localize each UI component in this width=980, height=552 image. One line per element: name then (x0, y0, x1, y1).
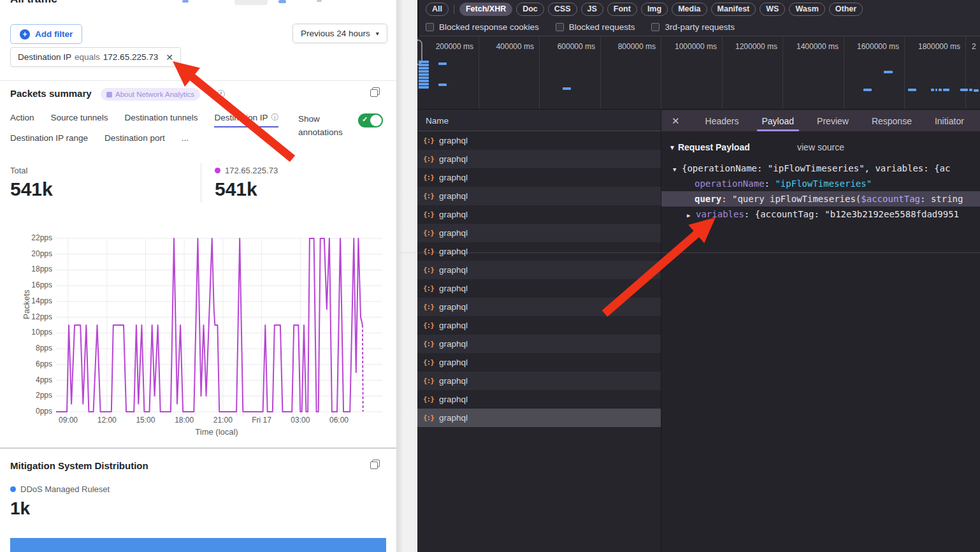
book-icon (106, 92, 112, 98)
filter-pill-manifest[interactable]: Manifest (711, 3, 756, 16)
mitigation-bar (10, 538, 386, 552)
request-row[interactable]: {:}graphql (417, 279, 661, 298)
checkbox-3rd-party-requests[interactable]: 3rd-party requests (651, 22, 735, 32)
request-row[interactable]: {:}graphql (417, 187, 661, 205)
detail-tab-preview[interactable]: Preview (817, 110, 849, 131)
tab-label: Destination IP range (10, 133, 88, 143)
network-timeline-overview[interactable]: 200000 ms400000 ms600000 ms800000 ms1000… (417, 37, 980, 110)
packets-summary-title: Packets summary (10, 88, 92, 99)
filter-chip[interactable]: Destination IP equals 172.65.225.73 ✕ (10, 47, 181, 67)
request-row[interactable]: {:}graphql (417, 242, 661, 261)
request-row[interactable]: {:}graphql (417, 409, 661, 427)
payload-line[interactable]: ▼{operationName: "ipFlowTimeseries", var… (661, 161, 980, 176)
request-row[interactable]: {:}graphql (417, 372, 661, 390)
tab-destination-tunnels[interactable]: Destination tunnels (125, 112, 198, 127)
filter-pill-media[interactable]: Media (672, 3, 707, 16)
detail-tab-payload[interactable]: Payload (762, 110, 795, 131)
devtools-panel: AllFetch/XHRDocCSSJSFontImgMediaManifest… (417, 0, 980, 552)
checkbox-box[interactable] (651, 23, 659, 31)
request-row[interactable]: {:}graphql (417, 168, 661, 187)
request-name: graphql (439, 247, 468, 256)
request-row[interactable]: {:}graphql (417, 335, 661, 353)
json-icon: {:} (423, 321, 434, 330)
tab-action[interactable]: Action (10, 112, 34, 127)
filter-pill-fetch-xhr[interactable]: Fetch/XHR (459, 3, 512, 16)
triangle-down-icon[interactable]: ▼ (673, 162, 682, 177)
request-row[interactable]: {:}graphql (417, 390, 661, 409)
json-icon: {:} (423, 358, 434, 367)
filter-chip-value: 172.65.225.73 (103, 52, 158, 62)
request-row[interactable]: {:}graphql (417, 205, 661, 224)
request-type-filter-bar: AllFetch/XHRDocCSSJSFontImgMediaManifest… (419, 0, 980, 18)
request-payload-row[interactable]: ▼ Request Payload view source (661, 139, 980, 156)
filter-chip-operator: equals (75, 52, 100, 62)
stat-label-text: 172.65.225.73 (225, 166, 278, 175)
json-icon: {:} (423, 266, 434, 274)
tab-[interactable]: ... (182, 133, 189, 147)
request-marker (863, 89, 872, 91)
request-row[interactable]: {:}graphql (417, 316, 661, 335)
payload-line[interactable]: query: "query ipFlowTimeseries($accountT… (661, 191, 980, 207)
filter-pill-all[interactable]: All (426, 3, 449, 16)
payload-line[interactable]: operationName: "ipFlowTimeseries" (661, 176, 980, 191)
timeline-gridline (539, 37, 540, 110)
tab-destination-ip[interactable]: Destination IPⓘ (214, 112, 278, 127)
request-row[interactable]: {:}graphql (417, 298, 661, 316)
timeline-tick-label: 400000 ms (496, 42, 534, 51)
cut-off-element (182, 0, 189, 3)
detail-tab-initiator[interactable]: Initiator (935, 110, 964, 131)
view-source-link[interactable]: view source (797, 142, 844, 152)
x-tick-label: 12:00 (88, 416, 126, 425)
payload-line[interactable]: ▶variables: {accountTag: "b12e3b2192ee55… (661, 207, 980, 222)
detail-tab-response[interactable]: Response (872, 110, 912, 131)
show-annotations-toggle[interactable]: ✓ (358, 113, 383, 127)
request-name: graphql (439, 265, 468, 275)
detail-tab-headers[interactable]: Headers (705, 110, 739, 131)
filter-pill-js[interactable]: JS (581, 3, 603, 16)
remove-filter-icon[interactable]: ✕ (166, 52, 173, 62)
tab-label: Destination tunnels (125, 113, 198, 122)
y-tick-label: 0pps (19, 407, 52, 416)
payload-segment: "b12e3b2192ee5588fdad9951 (825, 209, 959, 219)
expand-icon[interactable] (370, 460, 380, 469)
tab-destination-port[interactable]: Destination port (104, 133, 165, 147)
checkbox-blocked-requests[interactable]: Blocked requests (556, 22, 635, 32)
name-column-header[interactable]: Name (417, 110, 661, 131)
about-network-analytics-badge[interactable]: About Network Analytics (101, 88, 200, 101)
filter-pill-wasm[interactable]: Wasm (789, 3, 825, 16)
filter-pill-ws[interactable]: WS (760, 3, 785, 16)
timeline-gridline (965, 37, 966, 110)
tab-destination-ip-range[interactable]: Destination IP range (10, 133, 88, 147)
summary-tabs-row2: Destination IP rangeDestination port... (10, 133, 189, 147)
request-row[interactable]: {:}graphql (417, 131, 661, 150)
stat-label: 172.65.225.73 (215, 166, 278, 175)
checkbox-blocked-response-cookies[interactable]: Blocked response cookies (426, 22, 539, 32)
checkbox-box[interactable] (556, 23, 564, 31)
request-row[interactable]: {:}graphql (417, 261, 661, 279)
request-row[interactable]: {:}graphql (417, 150, 661, 168)
request-name: graphql (439, 284, 468, 293)
add-filter-button[interactable]: + Add filter (10, 24, 82, 44)
request-row[interactable]: {:}graphql (417, 224, 661, 242)
time-range-dropdown[interactable]: Previous 24 hours ▾ (292, 24, 387, 43)
tab-source-tunnels[interactable]: Source tunnels (51, 112, 108, 127)
filter-pill-font[interactable]: Font (607, 3, 637, 16)
request-marker (935, 89, 937, 91)
info-icon: ⓘ (271, 112, 278, 123)
timeline-gridline (479, 37, 479, 110)
x-tick-label: 21:00 (204, 416, 242, 425)
close-icon[interactable]: ✕ (672, 115, 680, 127)
request-row[interactable]: {:}graphql (417, 353, 661, 372)
timeline-tick-label: 200000 ms (436, 42, 473, 51)
filter-pill-doc[interactable]: Doc (516, 3, 544, 16)
triangle-right-icon[interactable]: ▶ (687, 208, 696, 223)
filter-pill-css[interactable]: CSS (548, 3, 577, 16)
request-marker (419, 67, 429, 69)
filter-pill-other[interactable]: Other (829, 3, 863, 16)
checkbox-box[interactable] (426, 23, 434, 31)
filter-pill-img[interactable]: Img (641, 3, 668, 16)
json-icon: {:} (423, 210, 434, 219)
request-marker (974, 89, 979, 92)
expand-icon[interactable] (370, 87, 380, 97)
analytics-panel: All traffic + Add filter Previous 24 hou… (0, 0, 396, 552)
